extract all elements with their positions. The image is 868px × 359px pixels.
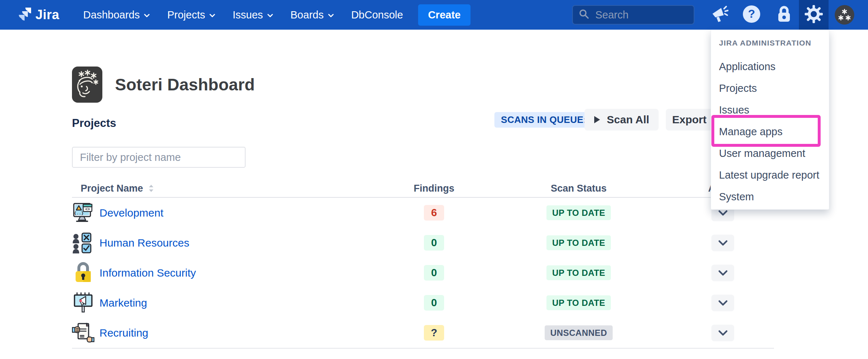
scan-status-cell: UP TO DATE <box>488 265 669 280</box>
findings-badge: 0 <box>424 265 444 281</box>
projects-table: Project Name Findings Scan Status Action… <box>72 180 774 349</box>
nav-item-label: Issues <box>233 9 263 21</box>
scan-status-cell: UP TO DATE <box>488 235 669 250</box>
findings-badge: 6 <box>424 205 444 221</box>
status-badge: UP TO DATE <box>546 235 611 250</box>
jira-logo[interactable]: Jira <box>17 7 59 23</box>
megaphone-icon <box>711 5 728 25</box>
table-row: Information Security 0 UP TO DATE <box>72 258 774 288</box>
actions-cell <box>669 325 774 341</box>
admin-menu-item-projects[interactable]: Projects <box>711 77 829 99</box>
nav-item-dbconsole[interactable]: DbConsole <box>351 9 403 21</box>
row-actions-button[interactable] <box>711 295 734 311</box>
findings-cell: 6 <box>380 205 488 221</box>
nav-item-projects[interactable]: Projects <box>167 9 215 21</box>
development-icon: {..}<> <box>72 202 94 224</box>
search-box[interactable] <box>572 5 694 25</box>
create-button[interactable]: Create <box>418 4 470 26</box>
table-row: Recruiting ? UNSCANNED <box>72 318 774 348</box>
svg-text:?: ? <box>748 7 755 20</box>
nav-item-label: Boards <box>290 9 324 21</box>
project-name-cell: Information Security <box>72 262 380 284</box>
nav-item-dashboards[interactable]: Dashboards <box>83 9 150 21</box>
actions-cell <box>669 235 774 251</box>
announcements-button[interactable] <box>708 0 731 30</box>
admin-settings-button[interactable] <box>799 0 829 30</box>
project-name-cell: Human Resources <box>72 232 380 254</box>
nav-item-label: Dashboards <box>83 9 140 21</box>
search-icon <box>579 9 590 21</box>
chevron-down-icon <box>718 330 728 336</box>
chevron-down-icon <box>718 270 728 276</box>
svg-text:{..}: {..} <box>74 211 84 215</box>
top-navigation-bar: Jira Dashboards Projects Issues Boards D… <box>0 0 868 30</box>
row-actions-button[interactable] <box>711 265 734 281</box>
gear-icon <box>805 5 823 25</box>
admin-menu-item-user-management[interactable]: User management <box>711 142 829 164</box>
project-link[interactable]: Human Resources <box>99 237 189 249</box>
column-header-project-name[interactable]: Project Name <box>72 183 380 194</box>
findings-badge: 0 <box>424 295 444 311</box>
project-name-cell: Recruiting <box>72 322 380 344</box>
search-input[interactable] <box>595 9 686 21</box>
status-badge: UP TO DATE <box>546 265 611 280</box>
nav-item-boards[interactable]: Boards <box>290 9 334 21</box>
user-avatar[interactable] <box>832 0 857 30</box>
admin-menu-item-applications[interactable]: Applications <box>711 56 829 77</box>
jira-logo-icon <box>17 7 32 23</box>
page-title: Soteri Dashboard <box>115 67 255 103</box>
findings-cell: ? <box>380 325 488 341</box>
actions-cell <box>669 295 774 311</box>
chevron-down-icon <box>209 14 215 17</box>
project-name-cell: Marketing <box>72 292 380 314</box>
marketing-icon <box>72 292 94 314</box>
actions-cell <box>669 265 774 281</box>
chevron-down-icon <box>328 14 334 17</box>
svg-text:<>: <> <box>85 207 90 211</box>
table-row: {..}<> Development 6 UP TO DATE <box>72 198 774 228</box>
project-link[interactable]: Recruiting <box>99 327 148 339</box>
status-badge: UP TO DATE <box>546 205 611 220</box>
admin-menu-item-system[interactable]: System <box>711 186 829 208</box>
admin-menu-items: Applications Projects Issues Manage apps… <box>711 56 829 208</box>
project-link[interactable]: Marketing <box>99 297 147 309</box>
chevron-down-icon <box>718 210 728 216</box>
permissions-button[interactable] <box>773 0 796 30</box>
project-filter-input[interactable] <box>72 147 246 168</box>
soteri-logo-icon <box>76 70 99 99</box>
sort-icon <box>148 184 154 192</box>
scan-status-cell: UP TO DATE <box>488 205 669 220</box>
admin-menu-item-manage-apps[interactable]: Manage apps <box>711 121 829 142</box>
information-security-icon <box>72 262 94 284</box>
scan-all-label: Scan All <box>607 114 649 126</box>
project-link[interactable]: Information Security <box>99 267 196 279</box>
play-icon <box>594 116 600 124</box>
help-button[interactable]: ? <box>740 0 763 30</box>
findings-cell: 0 <box>380 295 488 311</box>
project-name-header-label: Project Name <box>81 183 143 194</box>
row-actions-button[interactable] <box>711 235 734 251</box>
findings-cell: 0 <box>380 265 488 281</box>
lock-icon <box>776 5 792 25</box>
findings-cell: 0 <box>380 235 488 251</box>
help-icon: ? <box>742 5 761 25</box>
scan-all-button[interactable]: Scan All <box>584 109 659 131</box>
table-body: {..}<> Development 6 UP TO DATE Human Re… <box>72 198 774 349</box>
export-label: Export <box>672 114 706 126</box>
column-header-findings: Findings <box>380 183 488 194</box>
project-link[interactable]: Development <box>99 207 163 219</box>
projects-section-heading: Projects <box>72 117 116 130</box>
soteri-app-icon <box>72 67 102 103</box>
column-header-scan-status: Scan Status <box>488 183 669 194</box>
chevron-down-icon <box>718 240 728 246</box>
table-row: Human Resources 0 UP TO DATE <box>72 228 774 258</box>
findings-badge: ? <box>424 325 444 341</box>
nav-menu: Dashboards Projects Issues Boards DbCons… <box>83 9 403 21</box>
admin-menu-item-issues[interactable]: Issues <box>711 99 829 121</box>
human-resources-icon <box>72 232 94 254</box>
nav-item-issues[interactable]: Issues <box>233 9 273 21</box>
row-actions-button[interactable] <box>711 325 734 341</box>
recruiting-icon <box>72 322 94 344</box>
findings-badge: 0 <box>424 235 444 251</box>
admin-menu-item-latest-upgrade-report[interactable]: Latest upgrade report <box>711 164 829 186</box>
